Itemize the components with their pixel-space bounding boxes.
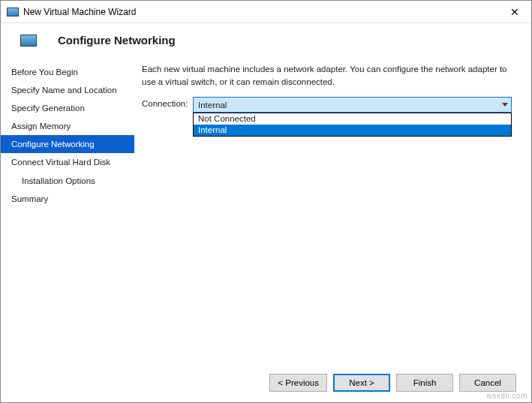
connection-row: Connection: Internal Not Connected Inter… (142, 97, 512, 113)
step-configure-networking[interactable]: Configure Networking (1, 135, 134, 153)
app-icon (7, 8, 19, 17)
step-connect-vhd[interactable]: Connect Virtual Hard Disk (1, 153, 134, 171)
step-before-you-begin[interactable]: Before You Begin (1, 63, 134, 81)
wizard-footer: < Previous Next > Finish Cancel (1, 366, 531, 402)
content-pane: Each new virtual machine includes a netw… (134, 60, 531, 366)
finish-button[interactable]: Finish (396, 374, 453, 392)
connection-dropdown-list: Not Connected Internal (193, 113, 512, 137)
steps-sidebar: Before You Begin Specify Name and Locati… (1, 60, 134, 366)
wizard-header: Configure Networking (1, 23, 531, 60)
next-button[interactable]: Next > (333, 374, 390, 392)
page-title: Configure Networking (58, 34, 176, 47)
chevron-down-icon (502, 103, 508, 107)
step-installation-options[interactable]: Installation Options (1, 172, 134, 190)
cancel-button[interactable]: Cancel (459, 374, 516, 392)
window-title: New Virtual Machine Wizard (23, 7, 498, 17)
step-summary[interactable]: Summary (1, 190, 134, 208)
previous-button[interactable]: < Previous (269, 374, 327, 392)
step-specify-name-location[interactable]: Specify Name and Location (1, 81, 134, 99)
description-text: Each new virtual machine includes a netw… (142, 63, 512, 88)
connection-selected-value: Internal (198, 101, 227, 110)
titlebar: New Virtual Machine Wizard ✕ (1, 1, 531, 23)
step-assign-memory[interactable]: Assign Memory (1, 117, 134, 135)
option-internal[interactable]: Internal (194, 125, 511, 136)
wizard-window: New Virtual Machine Wizard ✕ Configure N… (0, 0, 532, 403)
option-not-connected[interactable]: Not Connected (194, 113, 511, 125)
connection-dropdown[interactable]: Internal (193, 97, 512, 113)
connection-combo-wrap: Internal Not Connected Internal (193, 97, 512, 113)
monitor-icon (20, 35, 37, 47)
wizard-body: Before You Begin Specify Name and Locati… (1, 60, 531, 366)
step-specify-generation[interactable]: Specify Generation (1, 99, 134, 117)
connection-label: Connection: (142, 97, 193, 108)
close-button[interactable]: ✕ (498, 2, 531, 23)
